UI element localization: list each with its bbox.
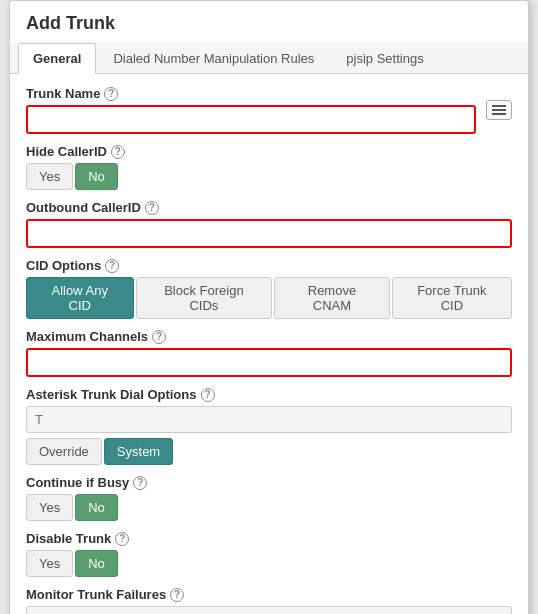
tab-pjsip[interactable]: pjsip Settings	[331, 43, 438, 74]
continue-if-busy-help-icon[interactable]: ?	[133, 476, 147, 490]
asterisk-dial-override-btn[interactable]: Override	[26, 438, 102, 465]
hide-caller-id-options: Yes No	[26, 163, 512, 190]
asterisk-dial-options-group: Asterisk Trunk Dial Options ? Override S…	[26, 387, 512, 465]
disable-trunk-group: Disable Trunk ? Yes No	[26, 531, 512, 577]
asterisk-dial-options-help-icon[interactable]: ?	[201, 388, 215, 402]
outbound-caller-id-help-icon[interactable]: ?	[145, 201, 159, 215]
modal-title: Add Trunk	[10, 1, 528, 42]
disable-trunk-help-icon[interactable]: ?	[115, 532, 129, 546]
asterisk-dial-options-input[interactable]	[26, 406, 512, 433]
disable-trunk-label: Disable Trunk ?	[26, 531, 512, 546]
trunk-name-input[interactable]	[26, 105, 476, 134]
cid-options-help-icon[interactable]: ?	[105, 259, 119, 273]
monitor-trunk-failures-group: Monitor Trunk Failures ?	[26, 587, 512, 614]
maximum-channels-group: Maximum Channels ?	[26, 329, 512, 377]
cid-options-buttons: Allow Any CID Block Foreign CIDs Remove …	[26, 277, 512, 319]
cid-options-label: CID Options ?	[26, 258, 512, 273]
monitor-trunk-failures-label: Monitor Trunk Failures ?	[26, 587, 512, 602]
continue-if-busy-label: Continue if Busy ?	[26, 475, 512, 490]
trunk-name-help-icon[interactable]: ?	[104, 87, 118, 101]
tab-dialed-number[interactable]: Dialed Number Manipulation Rules	[98, 43, 329, 74]
trunk-name-group: Trunk Name ?	[26, 86, 512, 134]
tab-bar: General Dialed Number Manipulation Rules…	[10, 42, 528, 74]
cid-force-trunk[interactable]: Force Trunk CID	[392, 277, 512, 319]
add-trunk-modal: Add Trunk General Dialed Number Manipula…	[9, 0, 529, 614]
maximum-channels-help-icon[interactable]: ?	[152, 330, 166, 344]
trunk-name-label: Trunk Name ?	[26, 86, 512, 101]
list-icon[interactable]	[486, 100, 512, 120]
cid-allow-any[interactable]: Allow Any CID	[26, 277, 134, 319]
monitor-trunk-failures-input[interactable]	[26, 606, 512, 614]
disable-trunk-options: Yes No	[26, 550, 512, 577]
continue-if-busy-group: Continue if Busy ? Yes No	[26, 475, 512, 521]
hide-caller-id-yes[interactable]: Yes	[26, 163, 73, 190]
continue-if-busy-yes[interactable]: Yes	[26, 494, 73, 521]
tab-general[interactable]: General	[18, 43, 96, 74]
outbound-caller-id-group: Outbound CallerID ?	[26, 200, 512, 248]
hide-caller-id-label: Hide CallerID ?	[26, 144, 512, 159]
maximum-channels-label: Maximum Channels ?	[26, 329, 512, 344]
hide-caller-id-help-icon[interactable]: ?	[111, 145, 125, 159]
continue-if-busy-options: Yes No	[26, 494, 512, 521]
outbound-caller-id-label: Outbound CallerID ?	[26, 200, 512, 215]
cid-block-foreign[interactable]: Block Foreign CIDs	[136, 277, 273, 319]
cid-remove-cnam[interactable]: Remove CNAM	[274, 277, 389, 319]
hide-caller-id-group: Hide CallerID ? Yes No	[26, 144, 512, 190]
disable-trunk-no[interactable]: No	[75, 550, 118, 577]
hide-caller-id-no[interactable]: No	[75, 163, 118, 190]
outbound-caller-id-input[interactable]	[26, 219, 512, 248]
disable-trunk-yes[interactable]: Yes	[26, 550, 73, 577]
monitor-trunk-failures-help-icon[interactable]: ?	[170, 588, 184, 602]
asterisk-dial-system-btn[interactable]: System	[104, 438, 173, 465]
asterisk-dial-options-buttons: Override System	[26, 438, 512, 465]
cid-options-group: CID Options ? Allow Any CID Block Foreig…	[26, 258, 512, 319]
continue-if-busy-no[interactable]: No	[75, 494, 118, 521]
maximum-channels-input[interactable]	[26, 348, 512, 377]
form-body: Trunk Name ? Hide CallerID ? Yes No	[10, 74, 528, 614]
asterisk-dial-options-label: Asterisk Trunk Dial Options ?	[26, 387, 512, 402]
